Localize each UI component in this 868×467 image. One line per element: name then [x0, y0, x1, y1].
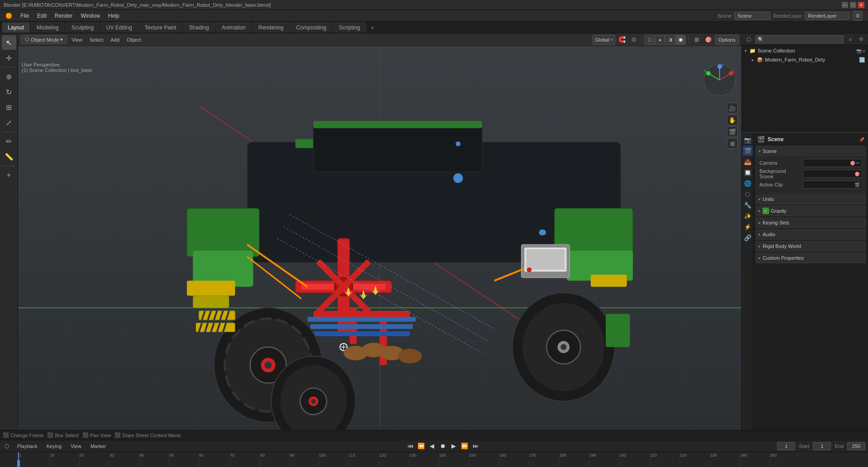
viewport-canvas[interactable]: User Perspective (1) Scene Collection | …	[18, 46, 741, 467]
tab-scripting[interactable]: Scripting	[333, 22, 366, 33]
timeline-keying-button[interactable]: Keying	[44, 443, 65, 450]
props-object-icon[interactable]: ⬡	[743, 189, 753, 199]
pan-view-button[interactable]: ✋	[727, 114, 738, 125]
renderlayer-selector[interactable]: RenderLayer	[805, 12, 850, 20]
viewport-area[interactable]: ⬡ Object Mode ▾ View Select Add Object G…	[18, 33, 741, 467]
menu-blender[interactable]: 🟠	[2, 12, 16, 20]
snap-magnet-button[interactable]: 🧲	[617, 35, 627, 45]
menu-edit[interactable]: Edit	[33, 12, 50, 20]
gravity-section-header[interactable]: ▸ ✓ Gravity	[756, 206, 866, 216]
tab-uv-editing[interactable]: UV Editing	[100, 22, 138, 33]
timeline-view-button[interactable]: View	[68, 443, 84, 450]
zoom-in-button[interactable]: 🎬	[727, 126, 738, 137]
props-view-layer-icon[interactable]: 🔲	[743, 167, 753, 177]
tab-sculpting[interactable]: Sculpting	[66, 22, 100, 33]
props-modifier-icon[interactable]: 🔧	[743, 200, 753, 210]
props-output-icon[interactable]: 📤	[743, 157, 753, 167]
start-frame-input[interactable]	[813, 442, 831, 450]
outliner-mode-icon[interactable]: ⬡	[745, 35, 753, 43]
rotate-tool-button[interactable]: ↻	[2, 85, 16, 99]
view-layer-settings[interactable]: ⚙	[853, 11, 863, 21]
current-frame-input[interactable]	[777, 442, 795, 450]
tab-animation[interactable]: Animation	[216, 22, 251, 33]
move-tool-button[interactable]: ⊕	[2, 69, 16, 84]
annotate-tool-button[interactable]: ✏	[2, 134, 16, 148]
gizmo-button[interactable]: 🎯	[703, 35, 713, 45]
active-clip-value[interactable]: 🎬	[803, 181, 862, 189]
scale-tool-button[interactable]: ⊞	[2, 100, 16, 114]
add-menu-button[interactable]: Add	[108, 36, 123, 43]
bg-scene-icon[interactable]: 🎯	[854, 172, 860, 176]
timeline-playback-button[interactable]: Playback	[14, 443, 40, 450]
clip-icon[interactable]: 🎬	[854, 182, 860, 187]
timeline-track[interactable]: 1 10 20 30 40 50 60 70 80 90 100 110 120…	[0, 452, 868, 467]
menu-help[interactable]: Help	[104, 12, 123, 20]
rigid-body-header[interactable]: ▸ Rigid Body World	[756, 241, 866, 251]
step-back-button[interactable]: ◀	[427, 442, 436, 451]
menu-render[interactable]: Render	[51, 12, 76, 20]
tab-layout[interactable]: Layout	[2, 22, 30, 33]
props-constraints-icon[interactable]: 🔗	[743, 233, 753, 243]
viewport-options-button[interactable]: Options	[715, 35, 739, 45]
camera-prop-value[interactable]: 🎯 ✏	[803, 159, 862, 167]
zoom-camera-button[interactable]: 🎥	[727, 103, 738, 114]
end-frame-input[interactable]	[847, 442, 865, 450]
tab-compositing[interactable]: Compositing	[290, 22, 332, 33]
proportional-edit-button[interactable]: ⊙	[629, 35, 639, 45]
outliner-filter-button[interactable]: ≡	[846, 35, 854, 43]
add-object-button[interactable]: +	[2, 168, 16, 182]
cursor-tool-button[interactable]: ✛	[2, 51, 16, 65]
timeline-marker-button[interactable]: Marker	[88, 443, 109, 450]
maximize-button[interactable]: □	[850, 2, 856, 8]
object-menu-button[interactable]: Object	[124, 36, 144, 43]
solid-shading-button[interactable]: ●	[655, 35, 665, 45]
minimize-button[interactable]: —	[842, 2, 848, 8]
props-pin-button[interactable]: 📌	[859, 137, 864, 142]
props-scene-icon[interactable]: 🎬	[743, 146, 753, 156]
record-button[interactable]: ⏺	[438, 442, 447, 451]
props-physics-icon[interactable]: ⚡	[743, 222, 753, 232]
gravity-checkbox[interactable]: ✓	[763, 208, 769, 214]
camera-eyedropper-icon[interactable]: 🎯	[850, 161, 855, 166]
navigation-gizmo[interactable]: X Y Z 🎥 ✋ 🎬 ⊞	[702, 62, 738, 98]
menu-file[interactable]: File	[17, 12, 33, 20]
tab-modeling[interactable]: Modeling	[31, 22, 65, 33]
orthographic-button[interactable]: ⊞	[727, 138, 738, 149]
timeline-mode-icon[interactable]: ⬡	[3, 442, 11, 450]
tab-texture-paint[interactable]: Texture Paint	[139, 22, 182, 33]
camera-edit-icon[interactable]: ✏	[856, 161, 860, 166]
scene-section-header[interactable]: ▾ Scene	[756, 146, 866, 156]
props-world-icon[interactable]: 🌐	[743, 178, 753, 188]
custom-props-header[interactable]: ▸ Custom Properties	[756, 253, 866, 263]
select-menu-button[interactable]: Select	[87, 36, 106, 43]
object-mode-selector[interactable]: ⬡ Object Mode ▾	[21, 35, 67, 44]
rendered-shading-button[interactable]: ◉	[676, 35, 686, 45]
props-particles-icon[interactable]: ✨	[743, 211, 753, 221]
units-section-header[interactable]: ▸ Units	[756, 194, 866, 204]
viewport-global-selector[interactable]: Global ▾	[593, 35, 615, 45]
outliner-search-input[interactable]	[755, 35, 844, 43]
step-forward-button[interactable]: ⏩	[460, 442, 469, 451]
jump-to-start-button[interactable]: ⏮	[406, 442, 415, 451]
overlay-button[interactable]: ⊞	[692, 35, 702, 45]
scene-selector[interactable]: Scene	[734, 12, 770, 20]
background-scene-value[interactable]: 🎯	[803, 170, 862, 178]
material-shading-button[interactable]: ◑	[665, 35, 675, 45]
outliner-settings-button[interactable]: ⚙	[857, 35, 865, 43]
audio-section-header[interactable]: ▸ Audio	[756, 229, 866, 239]
select-tool-button[interactable]: ↖	[2, 35, 16, 50]
tab-shading[interactable]: Shading	[183, 22, 215, 33]
jump-to-end-button[interactable]: ⏭	[471, 442, 480, 451]
outliner-scene-collection[interactable]: ▾ 📁 Scene Collection 📷 ●	[743, 46, 867, 55]
view-menu-button[interactable]: View	[69, 36, 85, 43]
play-button[interactable]: ▶	[449, 442, 458, 451]
close-button[interactable]: ✕	[858, 2, 864, 8]
props-render-icon[interactable]: 📷	[743, 135, 753, 145]
jump-back-button[interactable]: ⏪	[417, 442, 426, 451]
add-workspace-button[interactable]: +	[367, 22, 378, 33]
tab-rendering[interactable]: Rendering	[252, 22, 289, 33]
measure-tool-button[interactable]: 📏	[2, 149, 16, 164]
keying-sets-header[interactable]: ▸ Keying Sets	[756, 218, 866, 228]
outliner-robot-object[interactable]: ▸ 📦 Modern_Farm_Robot_Dirty 🔢	[743, 55, 867, 64]
menu-window[interactable]: Window	[77, 12, 104, 20]
